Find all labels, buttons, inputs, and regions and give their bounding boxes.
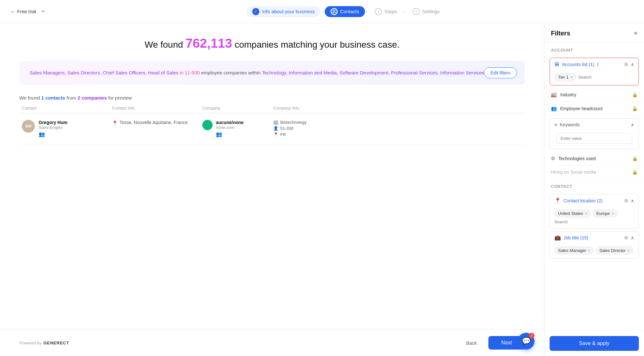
description-box: Sales Managers, Sales Directors, Chief S… (19, 61, 525, 85)
hiring-social-filter[interactable]: Hiring on Social media 🔒 (544, 166, 644, 179)
edit-filters-button[interactable]: Edit filters (484, 67, 517, 78)
contact-job: Sans-Emploi (39, 125, 67, 130)
job-title-filter: 💼 Job title (15) ⊗ ∧ Sales Manager × Sal… (550, 231, 639, 259)
sales-manager-tag-remove-button[interactable]: × (587, 249, 590, 253)
close-filters-button[interactable]: × (634, 30, 638, 37)
contact-social-icon[interactable]: 👥 (39, 131, 67, 137)
europe-tag-label: Europe (596, 211, 610, 216)
accounts-list-title: Accounts list (1) (562, 62, 594, 67)
us-tag-remove-button[interactable]: × (584, 212, 587, 216)
technologies-lock-icon: 🔒 (632, 156, 638, 161)
sales-manager-tag: Sales Manager × (554, 246, 594, 255)
employee-headcount-title: Employee headcount (560, 106, 603, 111)
keywords-collapse-button[interactable]: ∧ (631, 122, 634, 127)
keywords-filter-left: ≡ Keywords (554, 122, 580, 127)
europe-tag-remove-button[interactable]: × (611, 212, 614, 216)
contact-location-left: 📍 Contact location (2) (554, 197, 602, 204)
company-size-row: 👤 51-200 (273, 126, 522, 131)
job-title-actions: ⊗ ∧ (624, 235, 634, 241)
keywords-filter-icon: ≡ (554, 122, 557, 127)
hiring-social-lock-icon: 🔒 (632, 169, 638, 175)
back-nav-button[interactable]: ← Free trial (10, 9, 36, 14)
employees-icon: 👤 (273, 126, 278, 131)
step-arrow-3: › (404, 9, 406, 14)
contact-location-title: Contact location (2) (563, 198, 602, 203)
tier1-tag-remove-button[interactable]: × (570, 75, 573, 79)
europe-tag: Europe × (593, 209, 618, 217)
tier1-tag: Tier 1 × (554, 73, 576, 81)
headcount-lock-icon: 🔒 (632, 106, 638, 111)
powered-by-text: Powered by (19, 341, 42, 345)
step-4[interactable]: 4 Settings (407, 6, 446, 17)
filters-title: Filters (551, 30, 570, 37)
contact-location: Tosse, Nouvelle Aquitaine, France (120, 120, 188, 125)
sales-director-tag-remove-button[interactable]: × (627, 249, 630, 253)
location-pin-icon: 📍 (112, 120, 118, 126)
contact-details: Gregory Hum Sans-Emploi 👥 (39, 120, 67, 137)
footer: Powered by GENERECT Back Next (0, 329, 544, 356)
industry-filter-left: 🏭 Industry (551, 92, 576, 98)
edit-title-icon[interactable]: ✏ (41, 8, 45, 14)
col-contact: Contact (19, 106, 110, 111)
main-layout: We found 762,113 companies matching your… (0, 23, 644, 356)
desc-roles: Sales Managers, Sales Directors, Chief S… (30, 70, 178, 75)
contact-location-icon: 📍 (554, 197, 561, 204)
employee-headcount-left: 👥 Employee headcount (551, 106, 603, 111)
job-title-clear-button[interactable]: ⊗ (624, 235, 628, 241)
industry-filter[interactable]: 🏭 Industry 🔒 (544, 88, 644, 102)
step-2[interactable]: 2 Contacts (325, 6, 365, 17)
chat-icon: 💬 (522, 337, 531, 345)
footer-back-button[interactable]: Back (460, 336, 483, 350)
step-1-check: ✓ (252, 8, 259, 15)
hero-prefix: We found (145, 40, 186, 50)
job-title-collapse-button[interactable]: ∧ (631, 235, 634, 240)
chat-badge: 2 (529, 333, 534, 339)
description-text: Sales Managers, Sales Directors, Chief S… (30, 69, 514, 77)
job-title-header[interactable]: 💼 Job title (15) ⊗ ∧ (550, 231, 639, 244)
keywords-filter-header[interactable]: ≡ Keywords ∧ (550, 119, 639, 130)
step-3[interactable]: 3 Steps (369, 6, 402, 17)
accounts-list-collapse-button[interactable]: ∧ (631, 62, 634, 67)
sales-manager-tag-label: Sales Manager (558, 248, 586, 253)
accounts-list-header[interactable]: 🏛 Accounts list (1) ℹ ⊗ ∧ (550, 58, 639, 71)
accounts-list-filter: 🏛 Accounts list (1) ℹ ⊗ ∧ Tier 1 × (550, 58, 639, 85)
technologies-filter[interactable]: ⚙ Technologies used 🔒 (544, 152, 644, 166)
keywords-input-area (550, 130, 639, 149)
step-4-num: 4 (413, 8, 420, 15)
account-section-label: Account (544, 43, 644, 55)
accounts-list-clear-button[interactable]: ⊗ (624, 61, 628, 67)
keywords-filter: ≡ Keywords ∧ (550, 118, 639, 149)
contact-location-collapse-button[interactable]: ∧ (631, 198, 634, 203)
company-industry-row: 🏢 Biotechnology (273, 120, 522, 125)
step-arrow-2: › (366, 9, 368, 14)
filters-sidebar: Filters × Account 🏛 Accounts list (1) ℹ … (544, 23, 644, 356)
contact-info-cell: 📍 Tosse, Nouvelle Aquitaine, France (110, 120, 200, 126)
job-title-title: Job title (15) (563, 235, 588, 240)
contact-location-header[interactable]: 📍 Contact location (2) ⊗ ∧ (550, 194, 639, 207)
accounts-list-search-input[interactable] (578, 75, 634, 80)
contact-name: Gregory Hum (39, 120, 67, 125)
employee-headcount-filter[interactable]: 👥 Employee headcount 🔒 (544, 102, 644, 116)
contact-location-clear-button[interactable]: ⊗ (624, 197, 628, 204)
company-name: aucune/none (216, 120, 244, 125)
keywords-input[interactable] (556, 133, 632, 144)
step-3-label: Steps (384, 9, 397, 14)
accounts-list-info-icon[interactable]: ℹ (597, 62, 599, 67)
chat-bubble[interactable]: 💬 2 (518, 333, 534, 350)
company-people-icon[interactable]: 👥 (216, 131, 244, 137)
job-title-tags-area: Sales Manager × Sales Director × (550, 244, 639, 258)
save-apply-button[interactable]: Save & apply (550, 336, 639, 351)
contact-location-actions: ⊗ ∧ (624, 197, 634, 204)
contact-location-filter: 📍 Contact location (2) ⊗ ∧ United States… (550, 194, 639, 228)
step-1[interactable]: ✓ Info about your business (246, 6, 320, 17)
footer-actions: Back Next (460, 336, 525, 350)
contact-location-search-input[interactable] (554, 219, 634, 224)
company-cell: aucune/none none.com 👥 (200, 120, 271, 137)
table-header: Contact Contact Info Company Company Inf… (19, 106, 525, 113)
technologies-filter-icon: ⚙ (551, 156, 555, 161)
industry-filter-title: Industry (560, 92, 576, 97)
content-area: We found 762,113 companies matching your… (0, 23, 544, 356)
col-company: Company (200, 106, 271, 111)
contact-section-label: Contact (544, 179, 644, 191)
col-contact-info: Contact Info (110, 106, 200, 111)
